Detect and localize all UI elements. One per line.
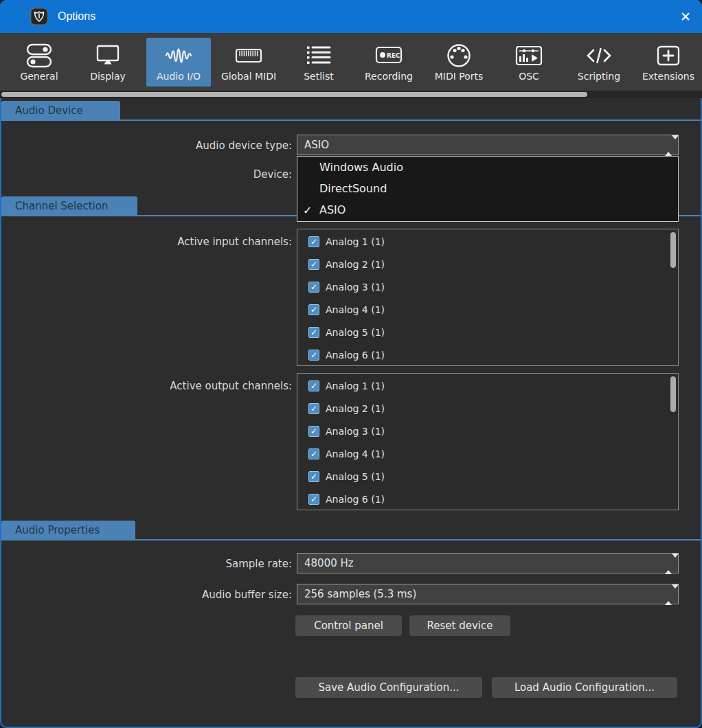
- spinner-arrows-icon: [665, 139, 672, 150]
- tab-global-midi[interactable]: Global MIDI: [216, 38, 281, 87]
- section-header-audio-device: Audio Device: [1, 101, 120, 120]
- toggles-icon: [23, 42, 55, 69]
- tab-label: Recording: [365, 71, 413, 82]
- svg-text:REC: REC: [387, 52, 400, 59]
- tab-scripting[interactable]: Scripting: [567, 38, 631, 87]
- vertical-scrollbar-thumb[interactable]: [670, 376, 676, 412]
- channel-row[interactable]: ✓ Analog 4 (1): [308, 446, 385, 462]
- section-header-audio-properties: Audio Properties: [1, 521, 135, 539]
- monitor-icon: [92, 42, 124, 69]
- checkbox[interactable]: ✓: [308, 471, 319, 482]
- check-icon: ✓: [310, 351, 317, 359]
- osc-controller-icon: [513, 42, 545, 69]
- reset-device-button[interactable]: Reset device: [409, 615, 510, 636]
- close-icon: ✕: [680, 10, 691, 23]
- window-title: Options: [58, 0, 95, 33]
- combo-value: 48000 Hz: [304, 557, 354, 569]
- close-button[interactable]: ✕: [669, 0, 702, 33]
- vertical-scrollbar-thumb[interactable]: [670, 232, 676, 268]
- channel-label: Analog 3 (1): [326, 426, 385, 437]
- section-title: Audio Device: [15, 104, 83, 117]
- channel-row[interactable]: ✓ Analog 1 (1): [308, 234, 385, 250]
- checkbox[interactable]: ✓: [308, 282, 319, 293]
- combo-value: 256 samples (5.3 ms): [304, 588, 416, 600]
- checkbox[interactable]: ✓: [308, 403, 319, 414]
- check-icon: ✓: [310, 238, 317, 246]
- checkbox[interactable]: ✓: [308, 304, 319, 315]
- channel-row[interactable]: ✓ Analog 4 (1): [308, 302, 385, 318]
- button-label: Reset device: [427, 619, 493, 632]
- channel-row[interactable]: ✓ Analog 6 (1): [308, 491, 385, 508]
- plus-icon: [653, 42, 684, 69]
- keyboard-icon: [233, 42, 264, 69]
- tab-display[interactable]: Display: [76, 38, 140, 87]
- sample-rate-label: Sample rate:: [0, 558, 292, 570]
- option-label: Windows Audio: [319, 161, 403, 174]
- channel-row[interactable]: ✓ Analog 1 (1): [308, 378, 385, 394]
- channel-label: Analog 1 (1): [326, 236, 385, 247]
- checkbox[interactable]: ✓: [308, 327, 319, 338]
- title-bar: Options ✕: [0, 0, 702, 33]
- channel-label: Analog 4 (1): [326, 448, 385, 459]
- channel-row[interactable]: ✓ Analog 2 (1): [308, 256, 385, 273]
- tab-recording[interactable]: REC Recording: [356, 38, 421, 87]
- tab-label: Setlist: [304, 71, 334, 82]
- save-audio-configuration-button[interactable]: Save Audio Configuration...: [295, 677, 482, 698]
- check-icon: ✓: [310, 283, 317, 291]
- channel-row[interactable]: ✓ Analog 5 (1): [308, 468, 385, 485]
- channel-row[interactable]: ✓ Analog 6 (1): [308, 347, 385, 363]
- tab-label: MIDI Ports: [435, 71, 484, 82]
- audio-device-type-combo[interactable]: ASIO: [297, 135, 679, 155]
- check-icon: ✓: [310, 495, 317, 503]
- check-icon: ✓: [310, 450, 317, 458]
- tab-setlist[interactable]: Setlist: [286, 38, 351, 87]
- channel-row[interactable]: ✓ Analog 2 (1): [308, 400, 385, 417]
- tab-label: General: [20, 71, 58, 82]
- dropdown-option-directsound[interactable]: DirectSound: [297, 178, 678, 199]
- audio-device-type-label: Audio device type:: [0, 139, 292, 152]
- output-channels-list: ✓ Analog 1 (1) ✓ Analog 2 (1) ✓ Analog 3…: [297, 373, 679, 510]
- tab-label: Extensions: [642, 71, 694, 82]
- spinner-arrows-icon: [665, 589, 672, 600]
- options-toolbar: General Display Audio I/O: [0, 33, 702, 91]
- channel-label: Analog 5 (1): [326, 327, 385, 338]
- control-panel-button[interactable]: Control panel: [295, 615, 402, 636]
- audio-buffer-size-combo[interactable]: 256 samples (5.3 ms): [297, 584, 679, 604]
- tab-label: Global MIDI: [221, 71, 276, 82]
- checkbox[interactable]: ✓: [308, 350, 319, 361]
- channel-row[interactable]: ✓ Analog 5 (1): [308, 324, 385, 341]
- checkbox[interactable]: ✓: [308, 494, 319, 505]
- channel-label: Analog 3 (1): [326, 282, 385, 293]
- channel-label: Analog 1 (1): [326, 380, 385, 391]
- combo-value: ASIO: [304, 139, 329, 151]
- channel-label: Analog 2 (1): [326, 259, 385, 270]
- checkbox[interactable]: ✓: [308, 259, 319, 270]
- tab-general[interactable]: General: [7, 38, 71, 87]
- dropdown-option-windows-audio[interactable]: Windows Audio: [297, 157, 678, 178]
- channel-row[interactable]: ✓ Analog 3 (1): [308, 279, 385, 295]
- checkbox[interactable]: ✓: [308, 426, 319, 437]
- load-audio-configuration-button[interactable]: Load Audio Configuration...: [492, 677, 677, 698]
- active-input-channels-label: Active input channels:: [0, 236, 292, 248]
- channel-label: Analog 2 (1): [326, 403, 385, 414]
- horizontal-scrollbar-thumb[interactable]: [1, 92, 587, 97]
- active-output-channels-label: Active output channels:: [0, 380, 292, 392]
- tab-label: Display: [90, 71, 126, 82]
- dropdown-option-asio[interactable]: ✓ ASIO: [297, 199, 678, 220]
- check-icon: ✓: [310, 382, 317, 390]
- channel-row[interactable]: ✓ Analog 3 (1): [308, 423, 385, 440]
- options-window: Options ✕ General Display: [0, 0, 702, 728]
- tab-audio-io[interactable]: Audio I/O: [146, 38, 211, 87]
- check-icon: ✓: [310, 328, 317, 337]
- checkbox[interactable]: ✓: [308, 448, 319, 459]
- section-underline: [1, 120, 701, 121]
- check-icon: ✓: [310, 260, 317, 269]
- tab-extensions[interactable]: Extensions: [636, 38, 701, 87]
- checkbox[interactable]: ✓: [308, 380, 319, 391]
- tab-midi-ports[interactable]: MIDI Ports: [427, 38, 491, 87]
- checkmark-icon: ✓: [303, 203, 312, 216]
- sample-rate-combo[interactable]: 48000 Hz: [297, 553, 679, 573]
- record-icon: REC: [373, 42, 405, 69]
- checkbox[interactable]: ✓: [308, 236, 319, 247]
- tab-osc[interactable]: OSC: [497, 38, 561, 87]
